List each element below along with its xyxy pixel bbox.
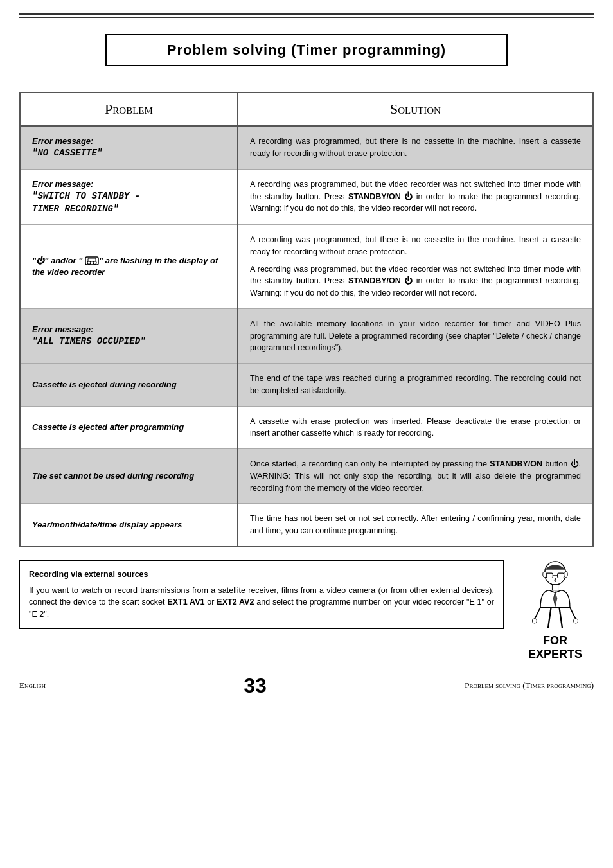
footer-left: English	[19, 680, 46, 691]
solution-cell: A recording was programmed, but there is…	[238, 225, 593, 309]
page-title: Problem solving (Timer programming)	[167, 42, 446, 58]
page-title-box: Problem solving (Timer programming)	[105, 34, 508, 66]
svg-point-12	[532, 619, 537, 623]
footer-right: Problem solving (Timer programming)	[465, 680, 594, 691]
table-row: "⏻" and/or " " are flashing in the displ…	[20, 225, 593, 309]
problem-code: "SWITCH TO STANDBY -TIMER RECORDING"	[32, 191, 140, 214]
standby-bold: STANDBY/ON	[490, 459, 542, 468]
solution-text: A cassette with erase protection was ins…	[250, 416, 581, 440]
problem-cell: Error message: "SWITCH TO STANDBY -TIMER…	[20, 169, 238, 224]
solution-cell: The end of the tape was reached during a…	[238, 364, 593, 407]
problem-label: "⏻" and/or " " are flashing in the displ…	[32, 255, 226, 278]
svg-rect-10	[552, 584, 558, 590]
table-row: Error message: "NO CASSETTE" A recording…	[20, 126, 593, 169]
problem-cell: "⏻" and/or " " are flashing in the displ…	[20, 225, 238, 309]
svg-line-14	[548, 607, 551, 628]
problem-cell: Year/month/date/time display appears	[20, 504, 238, 547]
table-row: Cassette is ejected during recording The…	[20, 364, 593, 407]
table-row: Cassette is ejected after programming A …	[20, 406, 593, 449]
problem-cell: Cassette is ejected after programming	[20, 406, 238, 449]
solution-text: A recording was programmed, but there is…	[250, 136, 581, 160]
solution-text: The end of the tape was reached during a…	[250, 373, 581, 397]
problem-header-label: Problem	[105, 101, 153, 117]
ext1-bold: EXT1 AV1	[167, 598, 204, 607]
solution-cell: A recording was programmed, but the vide…	[238, 169, 593, 224]
problem-cell: Error message: "ALL TIMERS OCCUPIED"	[20, 308, 238, 363]
solution-header-label: Solution	[390, 101, 441, 117]
solution-cell: A cassette with erase protection was ins…	[238, 406, 593, 449]
solution-header-cell: Solution	[238, 93, 593, 126]
problem-label: The set cannot be used during recording	[32, 470, 226, 482]
problem-cell: The set cannot be used during recording	[20, 449, 238, 504]
expert-illustration	[526, 560, 584, 631]
bottom-section: Recording via external sources If you wa…	[19, 560, 594, 661]
footer-center: 33	[244, 674, 267, 698]
top-border-thick	[19, 13, 594, 15]
solution-text: Once started, a recording can only be in…	[250, 458, 581, 494]
table-row: Error message: "SWITCH TO STANDBY -TIMER…	[20, 169, 593, 224]
for-experts-label: FOREXPERTS	[528, 634, 582, 661]
svg-point-8	[543, 571, 547, 577]
problem-code: "NO CASSETTE"	[32, 148, 102, 158]
problem-code: "ALL TIMERS OCCUPIED"	[32, 336, 145, 346]
table-header-row: Problem Solution	[20, 93, 593, 126]
table-row: Year/month/date/time display appears The…	[20, 504, 593, 547]
solution-text: All the available memory locations in yo…	[250, 318, 581, 354]
svg-line-15	[559, 607, 562, 628]
solution-text: A recording was programmed, but the vide…	[250, 179, 581, 215]
problem-header-cell: Problem	[20, 93, 238, 126]
cassette-icon	[85, 256, 99, 266]
svg-point-9	[564, 571, 568, 577]
experts-box-text: If you want to watch or record transmiss…	[29, 585, 494, 621]
standby-bold: STANDBY/ON ⏻	[348, 276, 413, 285]
solution-text: The time has not been set or not set cor…	[250, 513, 581, 537]
problem-label: Cassette is ejected during recording	[32, 379, 226, 391]
solution-cell: All the available memory locations in yo…	[238, 308, 593, 363]
solution-text-2: A recording was programmed, but the vide…	[250, 263, 581, 299]
experts-box-wrapper: Recording via external sources If you wa…	[19, 560, 504, 629]
problem-label: Cassette is ejected after programming	[32, 421, 226, 433]
solution-text-1: A recording was programmed, but there is…	[250, 234, 581, 258]
solution-cell: A recording was programmed, but there is…	[238, 126, 593, 169]
experts-figure: FOREXPERTS	[517, 560, 594, 661]
standby-bold: STANDBY/ON ⏻	[348, 192, 413, 201]
table-row: Error message: "ALL TIMERS OCCUPIED" All…	[20, 308, 593, 363]
problem-solution-table: Problem Solution Error message: "NO CASS…	[19, 92, 594, 547]
solution-cell: Once started, a recording can only be in…	[238, 449, 593, 504]
problem-label: Year/month/date/time display appears	[32, 519, 226, 531]
problem-label: Error message: "ALL TIMERS OCCUPIED"	[32, 324, 226, 348]
footer: English 33 Problem solving (Timer progra…	[19, 674, 594, 698]
problem-cell: Error message: "NO CASSETTE"	[20, 126, 238, 169]
problem-cell: Cassette is ejected during recording	[20, 364, 238, 407]
svg-point-13	[573, 619, 578, 623]
problem-label: Error message: "SWITCH TO STANDBY -TIMER…	[32, 179, 226, 215]
page-title-section: Problem solving (Timer programming)	[19, 28, 594, 79]
top-border-thin	[19, 17, 594, 18]
experts-box-title: Recording via external sources	[29, 569, 494, 581]
table-row: The set cannot be used during recording …	[20, 449, 593, 504]
ext2-bold: EXT2 AV2	[217, 598, 254, 607]
solution-cell: The time has not been set or not set cor…	[238, 504, 593, 547]
problem-label: Error message: "NO CASSETTE"	[32, 136, 226, 160]
experts-box: Recording via external sources If you wa…	[19, 560, 504, 629]
